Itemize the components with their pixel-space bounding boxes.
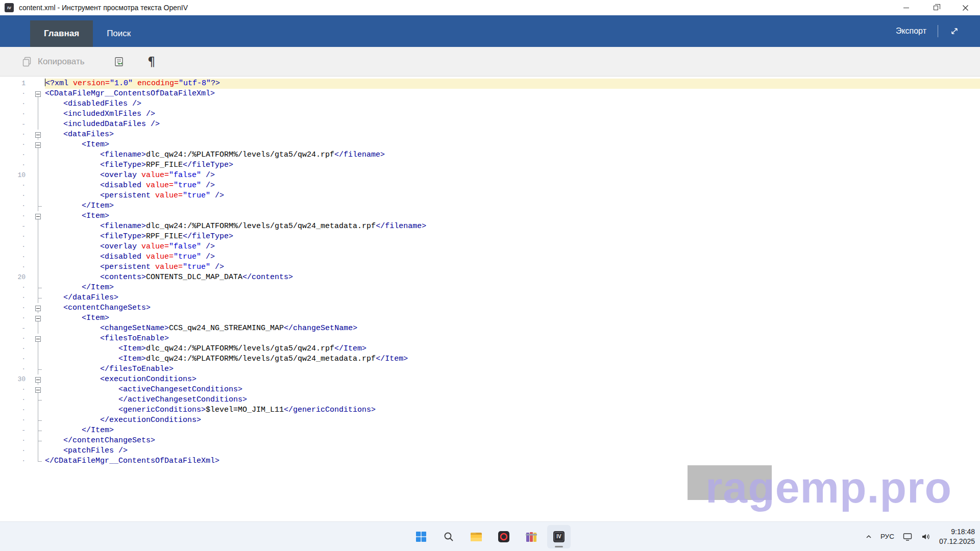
copy-label: Копировать (38, 57, 85, 67)
code-line[interactable]: · </dataFiles> (0, 293, 980, 303)
line-number: 20 (0, 272, 32, 283)
code-line[interactable]: · </executionConditions> (0, 415, 980, 425)
code-line[interactable]: · <contentChangeSets> (0, 303, 980, 313)
code-line[interactable]: ·<CDataFileMgr__ContentsOfDataFileXml> (0, 89, 980, 99)
code-line[interactable]: - <filename>dlc_qw24:/%PLATFORM%/levels/… (0, 221, 980, 232)
code-line[interactable]: - <includedDataFiles /> (0, 119, 980, 130)
code-line[interactable]: · <filename>dlc_qw24:/%PLATFORM%/levels/… (0, 150, 980, 160)
fold-toggle-icon[interactable] (32, 334, 45, 344)
code-line[interactable]: · <includedXmlFiles /> (0, 109, 980, 119)
code-line[interactable]: · <fileType>RPF_FILE</fileType> (0, 232, 980, 242)
fold-toggle-icon[interactable] (32, 303, 45, 313)
winrar-button[interactable] (520, 525, 543, 548)
code-line[interactable]: · </contentChangeSets> (0, 436, 980, 446)
copy-button[interactable]: Копировать (15, 52, 91, 71)
code-line[interactable]: · <Item>dlc_qw24:/%PLATFORM%/levels/gta5… (0, 344, 980, 354)
ribbon-right-group: Экспорт (896, 15, 960, 47)
line-number: · (0, 405, 32, 415)
code-line[interactable]: · <fileType>RPF_FILE</fileType> (0, 160, 980, 170)
code-line[interactable]: · <persistent value="true" /> (0, 262, 980, 272)
code-line[interactable]: · </Item> (0, 283, 980, 293)
code-line[interactable]: · <disabledFiles /> (0, 99, 980, 109)
code-line[interactable]: · <overlay value="false" /> (0, 242, 980, 252)
code-line[interactable]: · <disabled value="true" /> (0, 252, 980, 262)
export-button[interactable]: Экспорт (896, 27, 926, 36)
system-tray: РУС 9:18:48 07.12.2025 (865, 522, 975, 551)
language-indicator[interactable]: РУС (880, 533, 894, 540)
fold-toggle-icon[interactable] (32, 89, 45, 99)
code-line[interactable]: · <Item>dlc_qw24:/%PLATFORM%/levels/gta5… (0, 354, 980, 364)
code-line[interactable]: · <genericConditions>$level=MO_JIM_L11</… (0, 405, 980, 415)
code-line[interactable]: · <activeChangesetConditions> (0, 385, 980, 395)
line-number: · (0, 436, 32, 446)
volume-icon[interactable] (921, 532, 931, 542)
window-title: content.xml - Инструмент просмотра текст… (19, 4, 188, 12)
fold-guide (32, 283, 45, 293)
code-line[interactable]: · <patchFiles /> (0, 446, 980, 456)
code-line[interactable]: · </activeChangesetConditions> (0, 395, 980, 405)
taskbar-search-button[interactable] (437, 525, 460, 548)
line-number: · (0, 456, 32, 466)
winrar-icon (525, 530, 538, 543)
code-line[interactable]: · <Item> (0, 211, 980, 221)
code-line[interactable]: · <filesToEnable> (0, 334, 980, 344)
tab-home[interactable]: Главная (30, 20, 93, 47)
code-line[interactable]: 10 <overlay value="false" /> (0, 170, 980, 181)
fold-toggle-icon[interactable] (32, 313, 45, 323)
fold-guide (32, 99, 45, 109)
red-circle-app-button[interactable] (492, 525, 516, 548)
fold-toggle-icon[interactable] (32, 140, 45, 150)
line-number: · (0, 283, 32, 293)
line-number: · (0, 313, 32, 323)
code-line[interactable]: · <Item> (0, 140, 980, 150)
formatting-marks-button[interactable]: ¶ (141, 51, 162, 72)
line-number: · (0, 150, 32, 160)
code-text: <overlay value="false" /> (45, 170, 980, 181)
network-icon[interactable] (902, 532, 913, 542)
openiv-taskbar-button[interactable]: IV (547, 525, 571, 548)
code-line[interactable]: · <Item> (0, 313, 980, 323)
line-number: · (0, 446, 32, 456)
code-text: <?xml version="1.0" encoding="utf-8"?> (45, 79, 980, 89)
fold-guide (32, 201, 45, 211)
code-line[interactable]: · <disabled value="true" /> (0, 181, 980, 191)
word-wrap-button[interactable] (108, 51, 130, 72)
code-text: <activeChangesetConditions> (45, 385, 980, 395)
fold-toggle-icon[interactable] (32, 374, 45, 385)
window-controls (891, 0, 980, 15)
fold-toggle-icon[interactable] (32, 130, 45, 140)
expand-window-icon[interactable] (949, 26, 960, 36)
file-explorer-button[interactable] (464, 525, 488, 548)
code-line[interactable]: 20 <contents>CONTENTS_DLC_MAP_DATA</cont… (0, 272, 980, 283)
code-text: <patchFiles /> (45, 446, 980, 456)
code-line[interactable]: · </Item> (0, 201, 980, 211)
line-number: · (0, 252, 32, 262)
line-number: · (0, 344, 32, 354)
fold-guide (32, 425, 45, 436)
fold-toggle-icon[interactable] (32, 211, 45, 221)
taskbar-clock[interactable]: 9:18:48 07.12.2025 (939, 527, 975, 545)
tray-chevron-up-icon[interactable] (865, 533, 872, 540)
openiv-icon-glyph: IV (547, 525, 571, 548)
fold-toggle-icon[interactable] (32, 385, 45, 395)
fold-guide (32, 323, 45, 334)
fold-guide (32, 436, 45, 446)
fold-guide (32, 395, 45, 405)
code-line[interactable]: - </Item> (0, 425, 980, 436)
code-line[interactable]: · <dataFiles> (0, 130, 980, 140)
fold-guide (32, 405, 45, 415)
code-text: </contentChangeSets> (45, 436, 980, 446)
tab-search[interactable]: Поиск (93, 20, 144, 47)
minimize-button[interactable] (891, 0, 921, 15)
restore-button[interactable] (921, 0, 950, 15)
text-viewer[interactable]: 1<?xml version="1.0" encoding="utf-8"?>·… (0, 77, 980, 521)
code-line[interactable]: - <changeSetName>CCS_qw24_NG_STREAMING_M… (0, 323, 980, 334)
app-icon-glyph: IV (7, 6, 11, 10)
code-line[interactable]: 1<?xml version="1.0" encoding="utf-8"?> (0, 79, 980, 89)
line-number: · (0, 303, 32, 313)
start-button[interactable] (409, 525, 433, 548)
close-button[interactable] (950, 0, 980, 15)
code-line[interactable]: 30 <executionConditions> (0, 374, 980, 385)
code-line[interactable]: · </filesToEnable> (0, 364, 980, 374)
code-line[interactable]: · <persistent value="true" /> (0, 191, 980, 201)
